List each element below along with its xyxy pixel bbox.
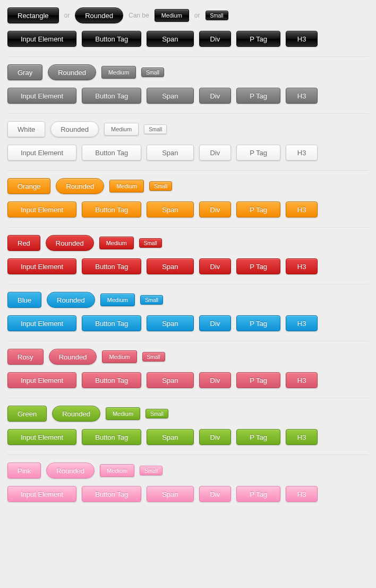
- blue-div-button[interactable]: Div: [199, 315, 232, 331]
- section-green: GreenRoundedMediumSmallInput ElementButt…: [7, 406, 369, 455]
- green-medium-button[interactable]: Medium: [106, 407, 140, 420]
- orange-rect-button[interactable]: Orange: [7, 178, 50, 194]
- red-input-element-button[interactable]: Input Element: [7, 258, 76, 274]
- section-blue: BlueRoundedMediumSmallInput ElementButto…: [7, 292, 369, 341]
- white-rect-button[interactable]: White: [7, 121, 45, 137]
- black-h3-button[interactable]: H3: [286, 31, 318, 47]
- white-input-element-button[interactable]: Input Element: [7, 145, 76, 161]
- orange-medium-button[interactable]: Medium: [109, 180, 144, 192]
- white-h3-button[interactable]: H3: [286, 145, 318, 161]
- green-rect-button[interactable]: Green: [7, 406, 47, 422]
- gray-input-element-button[interactable]: Input Element: [7, 88, 76, 104]
- caption-canbe: Can be: [129, 12, 149, 19]
- orange-button-tag-button[interactable]: Button Tag: [82, 201, 141, 217]
- pink-p-tag-button[interactable]: P Tag: [236, 486, 280, 502]
- green-div-button[interactable]: Div: [199, 429, 232, 445]
- orange-span-button[interactable]: Span: [147, 201, 193, 217]
- row-variants-orange: OrangeRoundedMediumSmall: [7, 178, 369, 194]
- white-button-tag-button[interactable]: Button Tag: [82, 145, 141, 161]
- black-button-tag-button[interactable]: Button Tag: [82, 31, 141, 47]
- gray-p-tag-button[interactable]: P Tag: [236, 88, 280, 104]
- rosy-button-tag-button[interactable]: Button Tag: [82, 372, 141, 388]
- pink-h3-button[interactable]: H3: [286, 486, 318, 502]
- black-small-button[interactable]: Small: [206, 11, 228, 20]
- row-variants-black: RectangleorRoundedCan beMediumorSmall: [7, 7, 369, 23]
- rosy-small-button[interactable]: Small: [142, 352, 165, 362]
- green-small-button[interactable]: Small: [146, 409, 168, 418]
- blue-button-tag-button[interactable]: Button Tag: [82, 315, 141, 331]
- blue-rect-button[interactable]: Blue: [7, 292, 41, 308]
- red-span-button[interactable]: Span: [147, 258, 193, 274]
- black-medium-button[interactable]: Medium: [155, 9, 189, 22]
- rosy-span-button[interactable]: Span: [147, 372, 193, 388]
- orange-rounded-button[interactable]: Rounded: [56, 178, 104, 194]
- rosy-h3-button[interactable]: H3: [286, 372, 318, 388]
- red-rect-button[interactable]: Red: [7, 235, 40, 251]
- gray-span-button[interactable]: Span: [147, 88, 193, 104]
- green-button-tag-button[interactable]: Button Tag: [82, 429, 141, 445]
- black-div-button[interactable]: Div: [199, 31, 232, 47]
- red-div-button[interactable]: Div: [199, 258, 232, 274]
- gray-button-tag-button[interactable]: Button Tag: [82, 88, 141, 104]
- pink-span-button[interactable]: Span: [147, 486, 193, 502]
- blue-input-element-button[interactable]: Input Element: [7, 315, 76, 331]
- pink-div-button[interactable]: Div: [199, 486, 232, 502]
- red-rounded-button[interactable]: Rounded: [46, 235, 94, 251]
- blue-rounded-button[interactable]: Rounded: [47, 292, 95, 308]
- gray-small-button[interactable]: Small: [141, 68, 164, 77]
- green-h3-button[interactable]: H3: [286, 429, 318, 445]
- red-p-tag-button[interactable]: P Tag: [236, 258, 280, 274]
- white-rounded-button[interactable]: Rounded: [50, 121, 99, 137]
- black-p-tag-button[interactable]: P Tag: [236, 31, 280, 47]
- gray-div-button[interactable]: Div: [199, 88, 232, 104]
- red-medium-button[interactable]: Medium: [99, 237, 134, 249]
- row-tags-green: Input ElementButton TagSpanDivP TagH3: [7, 429, 369, 445]
- white-p-tag-button[interactable]: P Tag: [236, 145, 280, 161]
- section-red: RedRoundedMediumSmallInput ElementButton…: [7, 235, 369, 284]
- white-div-button[interactable]: Div: [199, 145, 232, 161]
- gray-h3-button[interactable]: H3: [286, 88, 318, 104]
- white-small-button[interactable]: Small: [144, 124, 167, 134]
- green-input-element-button[interactable]: Input Element: [7, 429, 76, 445]
- rosy-rounded-button[interactable]: Rounded: [49, 349, 97, 365]
- gray-rect-button[interactable]: Gray: [7, 64, 42, 80]
- orange-p-tag-button[interactable]: P Tag: [236, 201, 280, 217]
- pink-small-button[interactable]: Small: [140, 466, 163, 475]
- orange-h3-button[interactable]: H3: [286, 201, 318, 217]
- blue-span-button[interactable]: Span: [147, 315, 193, 331]
- green-p-tag-button[interactable]: P Tag: [236, 429, 280, 445]
- section-orange: OrangeRoundedMediumSmallInput ElementBut…: [7, 178, 369, 228]
- blue-h3-button[interactable]: H3: [286, 315, 318, 331]
- row-variants-green: GreenRoundedMediumSmall: [7, 406, 369, 422]
- orange-input-element-button[interactable]: Input Element: [7, 201, 76, 217]
- red-h3-button[interactable]: H3: [286, 258, 318, 274]
- black-input-element-button[interactable]: Input Element: [7, 31, 76, 47]
- green-rounded-button[interactable]: Rounded: [52, 406, 100, 422]
- rosy-input-element-button[interactable]: Input Element: [7, 372, 76, 388]
- white-medium-button[interactable]: Medium: [104, 123, 139, 136]
- caption-or-1: or: [64, 12, 70, 19]
- pink-rounded-button[interactable]: Rounded: [46, 463, 95, 478]
- orange-small-button[interactable]: Small: [149, 181, 172, 191]
- black-span-button[interactable]: Span: [147, 31, 193, 47]
- white-span-button[interactable]: Span: [147, 145, 193, 161]
- pink-rect-button[interactable]: Pink: [7, 463, 41, 478]
- pink-button-tag-button[interactable]: Button Tag: [82, 486, 141, 502]
- blue-p-tag-button[interactable]: P Tag: [236, 315, 280, 331]
- pink-medium-button[interactable]: Medium: [100, 464, 134, 477]
- pink-input-element-button[interactable]: Input Element: [7, 486, 76, 502]
- rosy-div-button[interactable]: Div: [199, 372, 232, 388]
- gray-medium-button[interactable]: Medium: [101, 66, 136, 79]
- black-rect-button[interactable]: Rectangle: [7, 7, 59, 23]
- gray-rounded-button[interactable]: Rounded: [48, 64, 96, 80]
- black-rounded-button[interactable]: Rounded: [75, 7, 123, 23]
- rosy-p-tag-button[interactable]: P Tag: [236, 372, 280, 388]
- blue-medium-button[interactable]: Medium: [100, 293, 135, 306]
- orange-div-button[interactable]: Div: [199, 201, 232, 217]
- rosy-rect-button[interactable]: Rosy: [7, 349, 44, 365]
- rosy-medium-button[interactable]: Medium: [102, 350, 136, 363]
- red-button-tag-button[interactable]: Button Tag: [82, 258, 141, 274]
- red-small-button[interactable]: Small: [139, 238, 162, 248]
- blue-small-button[interactable]: Small: [140, 295, 163, 305]
- green-span-button[interactable]: Span: [147, 429, 193, 445]
